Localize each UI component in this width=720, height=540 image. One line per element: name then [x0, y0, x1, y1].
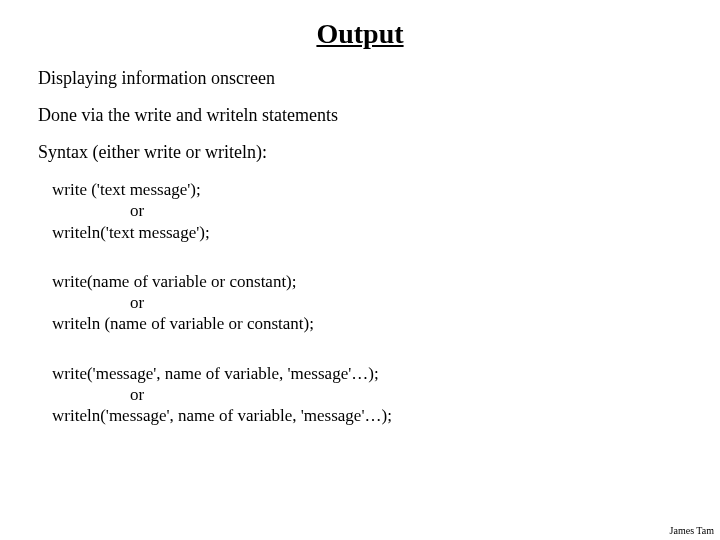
or-separator: or — [130, 384, 682, 405]
syntax-line: write(name of variable or constant); — [52, 271, 682, 292]
slide: Output Displaying information onscreen D… — [0, 0, 720, 426]
syntax-line: write ('text message'); — [52, 179, 682, 200]
syntax-line: writeln (name of variable or constant); — [52, 313, 682, 334]
or-separator: or — [130, 292, 682, 313]
syntax-block-1: write ('text message'); or writeln('text… — [52, 179, 682, 243]
syntax-line: writeln('text message'); — [52, 222, 682, 243]
author-footer: James Tam — [670, 525, 714, 536]
syntax-block-2: write(name of variable or constant); or … — [52, 271, 682, 335]
intro-line-1: Displaying information onscreen — [38, 68, 682, 89]
or-separator: or — [130, 200, 682, 221]
syntax-line: write('message', name of variable, 'mess… — [52, 363, 682, 384]
intro-line-2: Done via the write and writeln statement… — [38, 105, 682, 126]
syntax-line: writeln('message', name of variable, 'me… — [52, 405, 682, 426]
syntax-block-3: write('message', name of variable, 'mess… — [52, 363, 682, 427]
page-title: Output — [38, 18, 682, 50]
intro-line-3: Syntax (either write or writeln): — [38, 142, 682, 163]
